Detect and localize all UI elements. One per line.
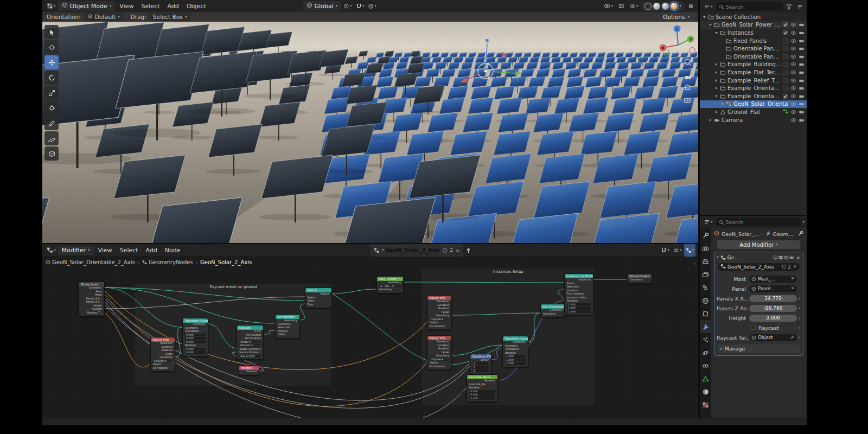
chevron-down-icon[interactable] [713, 30, 719, 35]
remove-modifier-icon[interactable] [796, 252, 801, 263]
outliner-row-scene-collection[interactable]: Scene Collection [700, 13, 807, 21]
pivot-point-dropdown[interactable]: ▾ [342, 0, 354, 12]
eye-icon[interactable] [789, 69, 797, 75]
outliner[interactable]: ▾ Scene CollectionGeoN_Solar_Power_Stati… [700, 0, 807, 215]
manage-subpanel[interactable]: ▸Manage [718, 344, 800, 353]
outliner-row-example-orientable-1-[interactable]: Example_Orientable_1_... [700, 84, 807, 92]
menu-add[interactable]: Add [163, 2, 182, 11]
menu-object[interactable]: Object [183, 2, 210, 11]
cam-icon[interactable] [797, 69, 805, 75]
menu-node[interactable]: Node [161, 246, 184, 255]
node-transform_inst[interactable]: Transform GeometryGeometryGeometryTransl… [502, 336, 528, 367]
scale-tool[interactable] [44, 86, 59, 100]
cam-icon[interactable] [797, 61, 805, 67]
node-set_position[interactable]: Set PositionGeometryGeometrySelectionPos… [275, 314, 300, 339]
collapse-chevron-icon[interactable]: ▾ [717, 255, 719, 259]
properties-header-menu[interactable]: ▾ [802, 220, 805, 224]
chkOn-icon[interactable] [781, 22, 789, 28]
chkOn-icon[interactable] [781, 30, 789, 36]
node-override_angle[interactable]: Override_Pane...RotationOverride_Pa...Ro… [467, 374, 498, 402]
eye-icon[interactable] [789, 22, 797, 28]
editor-type-button[interactable]: ▾ [45, 244, 58, 257]
menu-select[interactable]: Select [116, 246, 142, 255]
cam-icon[interactable] [797, 101, 805, 107]
node-combine_xyz[interactable]: Combine XYZVectorXYZ [470, 354, 492, 374]
checkbox-field[interactable]: Raycast [749, 324, 797, 331]
viewport-3d[interactable]: X Y Z ▾ Object Mode▾ ViewSelectAddObject… [42, 0, 698, 243]
outliner-row-orientable-panels-2[interactable]: Orientable Panels 2 [700, 53, 807, 61]
object-picker-field[interactable]: Object [749, 334, 797, 341]
mode-dropdown[interactable]: Object Mode▾ [58, 1, 116, 11]
editor-type-button[interactable]: ▾ [702, 1, 714, 13]
node-overlays-dropdown[interactable]: ▾ [672, 244, 684, 257]
fake-user-icon[interactable] [782, 264, 787, 270]
chevron-down-icon[interactable] [707, 22, 713, 27]
node-group_input[interactable]: Group InputGeometryMastPanelPanels X-A..… [79, 282, 105, 316]
cam-icon[interactable] [797, 54, 805, 60]
node-objinfo_panel[interactable]: Object InfoTransformLocationRotationScal… [427, 335, 452, 370]
breadcrumb-segment[interactable]: GeoN_Solar_2_Axis [200, 259, 252, 265]
snap-toggle[interactable]: ▾ [354, 0, 366, 12]
properties-tab-texture[interactable] [700, 398, 711, 411]
cam-icon[interactable] [797, 22, 805, 28]
node-canvas[interactable]: GeoN_Solar_Orientable_2_Axis›GeometryNod… [42, 256, 698, 418]
cursor-tool[interactable] [44, 40, 59, 54]
properties-tab-objecttab[interactable] [700, 307, 711, 320]
menu-view[interactable]: View [116, 2, 137, 11]
outliner-search[interactable] [716, 2, 783, 11]
annotate-tool[interactable] [44, 116, 59, 130]
modifier-name[interactable]: Ge... [727, 254, 771, 260]
properties-tab-viewlayer[interactable] [700, 268, 711, 281]
add-cube-tool[interactable] [44, 146, 59, 161]
eye-icon[interactable] [789, 38, 797, 44]
properties-tab-render[interactable] [700, 242, 711, 255]
node-face_center[interactable]: Face_Center_P...GeometryZ - Fac... ▾Geom… [376, 276, 404, 293]
eye-icon[interactable] [789, 30, 797, 36]
breadcrumb-object[interactable]: GeoN_Solar_... [722, 231, 759, 237]
chevron-right-icon[interactable] [713, 78, 719, 83]
node-mode-dropdown[interactable]: Modifier▾ [58, 246, 94, 255]
eye-icon[interactable] [789, 46, 797, 52]
editor-type-button[interactable]: ▾ [702, 216, 714, 228]
chkOff-icon[interactable] [781, 46, 789, 52]
measure-tool[interactable] [44, 131, 59, 145]
unlink-icon[interactable] [793, 264, 797, 270]
node-tree-field[interactable]: GeoN_Solar_2_Axis 2 [718, 263, 800, 271]
node-snap-toggle[interactable]: ▾ [659, 244, 671, 257]
node-objinfo_ground[interactable]: Object InfoTransformLocationRotationScal… [150, 337, 175, 372]
unlink-tree-icon[interactable] [455, 245, 460, 256]
outliner-row-geon-solar-orienta[interactable]: GeoN_Solar_Orienta [700, 100, 807, 108]
overlays-dropdown[interactable]: ▾ [628, 0, 640, 12]
pause-render-button[interactable] [686, 0, 695, 12]
node-instance_on_points[interactable]: Instance on PointsInstancesPointsSelecti… [564, 273, 593, 315]
editor-type-button[interactable]: ▾ [45, 0, 58, 12]
properties-tab-constraints[interactable] [700, 359, 711, 372]
node-options-toggle[interactable]: ▾ [684, 244, 696, 257]
chkOn-icon[interactable] [781, 93, 789, 99]
cam-icon[interactable] [797, 93, 805, 99]
xray-toggle[interactable] [617, 0, 626, 12]
cam-icon[interactable] [797, 78, 805, 84]
checkbox-icon[interactable] [750, 324, 756, 331]
node-objinfo_mast[interactable]: Object InfoTransformLocationRotationScal… [427, 295, 452, 330]
properties-tab-particles[interactable] [700, 333, 711, 346]
chkOff-icon[interactable] [781, 85, 789, 91]
properties-search[interactable] [716, 218, 801, 226]
chevron-right-icon[interactable] [713, 110, 719, 114]
fake-user-icon[interactable] [442, 245, 448, 256]
chkOff-icon[interactable] [781, 38, 789, 44]
properties-search-input[interactable] [726, 219, 799, 225]
eye-icon[interactable] [789, 54, 797, 60]
chevron-right-icon[interactable] [707, 118, 713, 123]
eye-icon[interactable] [789, 117, 797, 123]
menu-view[interactable]: View [94, 246, 116, 255]
chevron-down-icon[interactable] [701, 15, 707, 20]
outliner-row-example-orientable-2-[interactable]: Example_Orientable_2_... [700, 92, 807, 100]
clear-icon[interactable] [790, 276, 795, 282]
breadcrumb-segment[interactable]: GeometryNodes [142, 259, 193, 265]
node-position[interactable]: PositionPosition [239, 365, 259, 375]
node-group_output[interactable]: Group OutputGeometry [627, 273, 652, 284]
eye-icon[interactable] [789, 78, 797, 84]
properties-tab-scene[interactable] [700, 281, 711, 294]
rotate-tool[interactable] [44, 71, 59, 85]
